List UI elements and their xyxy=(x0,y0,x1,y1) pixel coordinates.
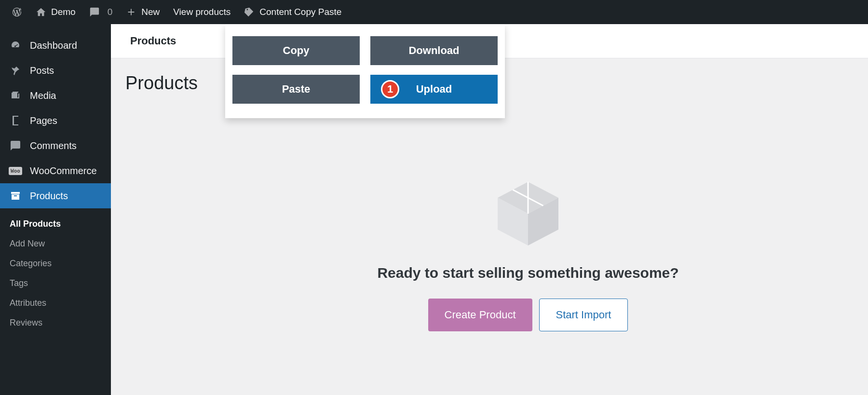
submenu-tags[interactable]: Tags xyxy=(10,273,111,293)
site-home-link[interactable]: Demo xyxy=(29,0,82,24)
menu-products[interactable]: Products xyxy=(0,183,111,208)
menu-label: Pages xyxy=(30,115,57,126)
content-copy-paste-link[interactable]: Content Copy Paste xyxy=(237,0,348,24)
menu-label: Dashboard xyxy=(30,40,77,51)
submenu-all-products[interactable]: All Products xyxy=(10,214,111,234)
plus-icon xyxy=(126,7,136,17)
copy-button[interactable]: Copy xyxy=(232,36,360,65)
start-import-button[interactable]: Start Import xyxy=(539,299,628,331)
new-link[interactable]: New xyxy=(119,0,166,24)
page-icon xyxy=(10,115,21,126)
submenu-add-new[interactable]: Add New xyxy=(10,234,111,254)
menu-label: WooCommerce xyxy=(30,165,97,177)
box-icon xyxy=(492,176,564,248)
wordpress-icon xyxy=(12,7,22,17)
menu-woocommerce[interactable]: Woo WooCommerce xyxy=(0,158,111,183)
admin-sidebar: Dashboard Posts Media Pages Comments Woo… xyxy=(0,24,111,395)
media-icon xyxy=(10,90,21,101)
menu-media[interactable]: Media xyxy=(0,83,111,108)
menu-label: Posts xyxy=(30,65,54,76)
submenu-categories[interactable]: Categories xyxy=(10,254,111,273)
view-products-link[interactable]: View products xyxy=(166,0,237,24)
main-content: Products Products Copy Download Paste 1 … xyxy=(111,24,868,395)
ccp-label: Content Copy Paste xyxy=(259,7,341,17)
ccp-panel: Copy Download Paste 1 Upload xyxy=(225,24,505,118)
menu-pages[interactable]: Pages xyxy=(0,108,111,133)
menu-comments[interactable]: Comments xyxy=(0,133,111,158)
site-name: Demo xyxy=(51,7,76,17)
menu-label: Products xyxy=(30,191,68,202)
products-submenu: All Products Add New Categories Tags Att… xyxy=(0,208,111,339)
empty-heading: Ready to start selling something awesome… xyxy=(335,265,721,281)
admin-bar: Demo 0 New View products Content Copy Pa… xyxy=(0,0,868,24)
comment-icon xyxy=(89,7,100,17)
wp-logo[interactable] xyxy=(5,0,29,24)
submenu-attributes[interactable]: Attributes xyxy=(10,293,111,313)
dashboard-icon xyxy=(10,40,21,51)
submenu-reviews[interactable]: Reviews xyxy=(10,313,111,333)
paste-button[interactable]: Paste xyxy=(232,75,360,104)
tab-products[interactable]: Products xyxy=(111,24,195,58)
new-label: New xyxy=(141,7,160,17)
empty-state: Ready to start selling something awesome… xyxy=(335,176,721,331)
archive-icon xyxy=(10,190,21,202)
comments-count: 0 xyxy=(108,7,113,17)
comment-icon xyxy=(10,140,21,151)
menu-label: Comments xyxy=(30,140,77,151)
woo-icon: Woo xyxy=(10,165,21,177)
menu-label: Media xyxy=(30,90,56,101)
step-badge: 1 xyxy=(381,80,399,98)
tag-icon xyxy=(244,7,255,17)
upload-label: Upload xyxy=(416,83,452,95)
comments-link[interactable]: 0 xyxy=(82,0,120,24)
create-product-button[interactable]: Create Product xyxy=(428,299,532,331)
download-button[interactable]: Download xyxy=(370,36,498,65)
menu-dashboard[interactable]: Dashboard xyxy=(0,33,111,58)
pin-icon xyxy=(10,65,21,76)
upload-button[interactable]: 1 Upload xyxy=(370,75,498,104)
home-icon xyxy=(36,7,46,17)
menu-posts[interactable]: Posts xyxy=(0,58,111,83)
view-products-label: View products xyxy=(173,7,231,17)
